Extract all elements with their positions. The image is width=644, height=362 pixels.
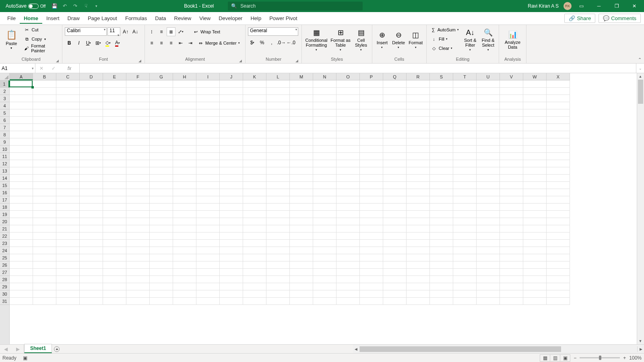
cell[interactable] xyxy=(500,269,523,276)
borders-button[interactable]: ⊞▾ xyxy=(94,39,103,47)
cell[interactable] xyxy=(430,269,453,276)
cell[interactable] xyxy=(523,124,547,131)
column-header[interactable]: G xyxy=(150,73,173,80)
cell[interactable] xyxy=(33,88,56,95)
cell[interactable] xyxy=(56,131,80,138)
cell[interactable] xyxy=(80,175,103,182)
cell[interactable] xyxy=(500,211,523,218)
cell[interactable] xyxy=(500,189,523,196)
cell[interactable] xyxy=(453,225,477,232)
cell[interactable] xyxy=(266,254,290,261)
align-left-icon[interactable]: ≡ xyxy=(147,39,156,47)
cell[interactable] xyxy=(453,247,477,254)
cell[interactable] xyxy=(150,298,173,305)
cell[interactable] xyxy=(266,298,290,305)
cell[interactable] xyxy=(290,261,313,269)
cell[interactable] xyxy=(243,218,266,225)
cell[interactable] xyxy=(430,160,453,167)
tab-data[interactable]: Data xyxy=(151,13,170,24)
zoom-out-button[interactable]: − xyxy=(574,355,576,361)
align-top-icon[interactable]: ⫶ xyxy=(147,27,156,36)
cell[interactable] xyxy=(523,283,547,290)
cell[interactable] xyxy=(360,276,383,283)
row-header[interactable]: 16 xyxy=(0,189,9,196)
cell[interactable] xyxy=(360,80,383,88)
cell[interactable] xyxy=(266,88,290,95)
cell[interactable] xyxy=(126,225,150,232)
cell[interactable] xyxy=(360,182,383,189)
cell[interactable] xyxy=(477,131,500,138)
cell[interactable] xyxy=(266,204,290,211)
cell[interactable] xyxy=(220,240,243,247)
cell[interactable] xyxy=(500,218,523,225)
cell[interactable] xyxy=(500,283,523,290)
cell[interactable] xyxy=(453,232,477,240)
cell[interactable] xyxy=(547,102,570,109)
column-header[interactable]: R xyxy=(407,73,430,80)
cell[interactable] xyxy=(150,254,173,261)
cell[interactable] xyxy=(103,232,126,240)
cell[interactable] xyxy=(266,102,290,109)
cell[interactable] xyxy=(523,109,547,117)
cell[interactable] xyxy=(173,80,196,88)
increase-decimal-icon[interactable]: .0→ xyxy=(277,38,286,47)
cell[interactable] xyxy=(80,80,103,88)
cell[interactable] xyxy=(290,283,313,290)
comments-button[interactable]: 💬 Comments xyxy=(599,14,641,23)
cell[interactable] xyxy=(336,160,360,167)
bold-button[interactable]: B xyxy=(65,39,74,47)
paste-button[interactable]: 📋 Paste ▾ xyxy=(2,26,21,55)
cell[interactable] xyxy=(477,167,500,175)
row-header[interactable]: 29 xyxy=(0,283,9,290)
cell[interactable] xyxy=(103,276,126,283)
scroll-down-icon[interactable]: ▼ xyxy=(637,338,644,344)
cell[interactable] xyxy=(33,146,56,153)
cell[interactable] xyxy=(500,160,523,167)
cell[interactable] xyxy=(10,254,33,261)
cell[interactable] xyxy=(313,240,336,247)
cell[interactable] xyxy=(56,175,80,182)
row-header[interactable]: 19 xyxy=(0,211,9,218)
cell[interactable] xyxy=(80,167,103,175)
cell[interactable] xyxy=(243,153,266,160)
cell[interactable] xyxy=(313,167,336,175)
cell[interactable] xyxy=(56,290,80,298)
cell[interactable] xyxy=(220,138,243,146)
cell[interactable] xyxy=(173,232,196,240)
cell[interactable] xyxy=(547,283,570,290)
column-header[interactable]: L xyxy=(266,73,290,80)
row-header[interactable]: 4 xyxy=(0,102,9,109)
cell[interactable] xyxy=(220,131,243,138)
cell[interactable] xyxy=(266,167,290,175)
cell[interactable] xyxy=(173,175,196,182)
cell[interactable] xyxy=(103,247,126,254)
row-header[interactable]: 26 xyxy=(0,261,9,269)
tab-insert[interactable]: Insert xyxy=(42,13,64,24)
cell[interactable] xyxy=(500,175,523,182)
cell[interactable] xyxy=(313,196,336,204)
cell[interactable] xyxy=(430,167,453,175)
cell[interactable] xyxy=(360,254,383,261)
cell[interactable] xyxy=(547,117,570,124)
cell[interactable] xyxy=(126,232,150,240)
cell[interactable] xyxy=(336,240,360,247)
cell[interactable] xyxy=(430,204,453,211)
cell[interactable] xyxy=(56,204,80,211)
cell[interactable] xyxy=(266,269,290,276)
cell[interactable] xyxy=(453,240,477,247)
cell[interactable] xyxy=(126,109,150,117)
cell[interactable] xyxy=(290,138,313,146)
cell[interactable] xyxy=(266,218,290,225)
font-size-input[interactable]: 11▾ xyxy=(107,27,120,36)
cell[interactable] xyxy=(407,240,430,247)
cell[interactable] xyxy=(103,167,126,175)
cell[interactable] xyxy=(336,204,360,211)
cell[interactable] xyxy=(500,261,523,269)
cell[interactable] xyxy=(453,254,477,261)
cell[interactable] xyxy=(336,146,360,153)
row-header[interactable]: 14 xyxy=(0,175,9,182)
row-header[interactable]: 27 xyxy=(0,269,9,276)
cell[interactable] xyxy=(430,124,453,131)
row-header[interactable]: 23 xyxy=(0,240,9,247)
row-header[interactable]: 22 xyxy=(0,232,9,240)
